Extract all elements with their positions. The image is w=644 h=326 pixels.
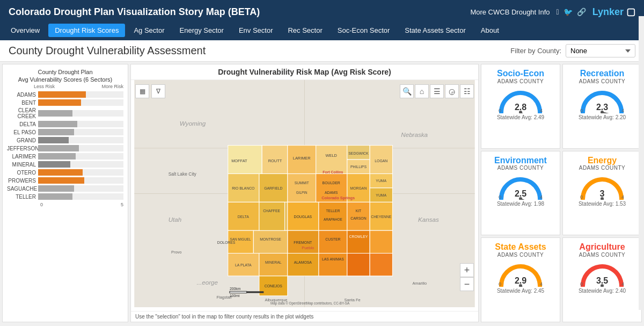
svg-text:BOULDER: BOULDER bbox=[323, 181, 340, 185]
gauge-avg-socio-econ: Statewide Avg: 2.49 bbox=[497, 114, 544, 120]
nav-item-overview[interactable]: Overview bbox=[4, 24, 46, 37]
gauge-county-agriculture: ADAMS COUNTY bbox=[579, 252, 626, 258]
nav-item-env-sector[interactable]: Env Sector bbox=[232, 24, 280, 37]
bar-label: EL PASO bbox=[7, 129, 38, 135]
map-home-tool[interactable]: ⌂ bbox=[415, 84, 429, 98]
gauge-avg-energy: Statewide Avg: 1.53 bbox=[579, 201, 626, 207]
twitter-icon[interactable]: 🐦 bbox=[564, 8, 573, 16]
bar-fill bbox=[38, 137, 69, 143]
bar-label: JEFFERSON bbox=[7, 146, 38, 151]
gauge-min-state-assets: 0 bbox=[499, 281, 501, 287]
more-info-label: More CWCB Drought Info bbox=[470, 8, 550, 16]
map-search-tool[interactable]: 🔍 bbox=[400, 84, 414, 98]
svg-rect-79 bbox=[319, 253, 347, 276]
facebook-icon[interactable]:  bbox=[557, 8, 559, 16]
svg-text:ROUTT: ROUTT bbox=[268, 158, 282, 163]
gauge-value-environment: 2.5 bbox=[515, 189, 526, 199]
map-basemap-tool[interactable]: ◶ bbox=[445, 84, 459, 98]
svg-line-98 bbox=[521, 112, 536, 113]
svg-text:YUMA: YUMA bbox=[376, 193, 386, 197]
svg-rect-75 bbox=[259, 253, 288, 276]
bar-chart-panel: County Drought Plan Avg Vulnerability Sc… bbox=[2, 64, 128, 322]
county-filter-select[interactable]: NoneAdamsBentClear CreekDeltaEl PasoGran… bbox=[566, 44, 635, 57]
map-grid-tool[interactable]: ☷ bbox=[460, 84, 474, 98]
colorado-map-svg[interactable]: Wyoming Nebraska Kansas Utah ...eorge MO… bbox=[131, 80, 478, 307]
gauge-wrapper-agriculture: 043.5 bbox=[578, 260, 626, 287]
svg-text:CHAFFEE: CHAFFEE bbox=[263, 209, 280, 213]
nav-item-ag-sector[interactable]: Ag Sector bbox=[127, 24, 171, 37]
bar-row-jefferson: JEFFERSON bbox=[7, 145, 123, 151]
svg-text:KIT: KIT bbox=[356, 209, 362, 213]
map-layers-tool[interactable]: ☰ bbox=[430, 84, 444, 98]
less-risk-label: Less Risk bbox=[34, 84, 55, 89]
map-zoom-controls: + − bbox=[460, 263, 474, 291]
svg-text:DOUGLAS: DOUGLAS bbox=[294, 215, 312, 219]
bar-fill bbox=[38, 145, 79, 151]
map-zoom-out[interactable]: − bbox=[460, 277, 474, 291]
bar-label: MINERAL bbox=[7, 162, 38, 168]
gauge-max-socio-econ: 4 bbox=[540, 108, 543, 113]
bar-row-adams: ADAMS bbox=[7, 91, 123, 98]
map-select-tool[interactable]: ▦ bbox=[135, 84, 149, 98]
svg-text:FREMONT: FREMONT bbox=[294, 241, 312, 244]
header-right: More CWCB Drought Info  🐦 🔗 Lynker ▢ bbox=[470, 6, 635, 18]
bar-label: OTERO bbox=[7, 170, 38, 176]
nav-item-about[interactable]: About bbox=[474, 24, 506, 37]
svg-text:200km: 200km bbox=[230, 287, 241, 291]
bar-label: CLEAR CREEK bbox=[7, 107, 38, 119]
map-zoom-in[interactable]: + bbox=[460, 263, 474, 277]
svg-text:Salt Lake City: Salt Lake City bbox=[169, 171, 197, 177]
bar-row-larimer: LARIMER bbox=[7, 153, 123, 160]
svg-text:CUSTER: CUSTER bbox=[325, 237, 340, 241]
map-pan-tool[interactable]: ∇ bbox=[151, 84, 165, 98]
map-tool-row-1: 🔍 ⌂ ☰ ◶ ☷ bbox=[400, 84, 474, 98]
svg-line-104 bbox=[602, 199, 616, 200]
bar-container bbox=[38, 145, 123, 151]
svg-text:LAS ANIMAS: LAS ANIMAS bbox=[322, 257, 344, 261]
gauge-title-state-assets: State Assets bbox=[495, 242, 546, 252]
svg-rect-15 bbox=[316, 146, 347, 174]
bar-row-saguache: SAGUACHE bbox=[7, 185, 123, 192]
map-area[interactable]: Wyoming Nebraska Kansas Utah ...eorge MO… bbox=[131, 80, 478, 307]
bar-fill bbox=[38, 169, 83, 176]
gauge-wrapper-socio-econ: 042.8 bbox=[496, 86, 545, 113]
gauge-title-environment: Environment bbox=[494, 156, 547, 165]
svg-text:TELLER: TELLER bbox=[326, 209, 340, 213]
app-title: Colorado Drought Plan Visualization Stor… bbox=[9, 6, 260, 18]
bar-row-teller: TELLER bbox=[7, 193, 123, 200]
bar-fill bbox=[38, 110, 72, 117]
bar-container bbox=[38, 121, 123, 127]
map-title: Drought Vulnerability Risk Map (Avg Risk… bbox=[131, 64, 478, 80]
page-title-bar: County Drought Vulnerability Assessment … bbox=[0, 40, 644, 62]
map-tools: 🔍 ⌂ ☰ ◶ ☷ bbox=[400, 84, 474, 98]
nav-item-soc-econ-sector[interactable]: Soc-Econ Sector bbox=[331, 24, 397, 37]
nav-item-energy-sector[interactable]: Energy Sector bbox=[173, 24, 230, 37]
gauge-card-socio-econ: Socio-EconADAMS COUNTY042.8Statewide Avg… bbox=[481, 64, 560, 149]
bar-row-mineral: MINERAL bbox=[7, 161, 123, 168]
svg-line-106 bbox=[521, 286, 535, 287]
map-caption: Use the "selection" tool in the map to f… bbox=[131, 311, 478, 322]
svg-text:PHILLIPS: PHILLIPS bbox=[350, 165, 367, 169]
gauge-title-recreation: Recreation bbox=[580, 69, 625, 78]
svg-text:GILPIN: GILPIN bbox=[296, 191, 308, 194]
nav-item-rec-sector[interactable]: Rec Sector bbox=[281, 24, 328, 37]
gauge-county-environment: ADAMS COUNTY bbox=[497, 165, 544, 171]
bar-container bbox=[38, 137, 123, 143]
svg-text:CROWLEY: CROWLEY bbox=[349, 235, 368, 238]
gauge-value-state-assets: 2.9 bbox=[515, 276, 526, 286]
bar-container bbox=[38, 185, 123, 192]
bar-fill bbox=[38, 161, 70, 168]
nav-item-state-assets-sector[interactable]: State Assets Sector bbox=[398, 24, 472, 37]
xaxis-min: 0 bbox=[40, 202, 43, 207]
bar-chart: ADAMSBENTCLEAR CREEKDELTAEL PASOGRANDJEF… bbox=[7, 91, 123, 200]
gauge-value-energy: 3 bbox=[600, 189, 605, 199]
bar-row-otero: OTERO bbox=[7, 169, 123, 176]
bar-container bbox=[38, 91, 123, 98]
gauge-avg-environment: Statewide Avg: 1.98 bbox=[497, 201, 544, 207]
link-icon[interactable]: 🔗 bbox=[577, 8, 586, 16]
nav-item-drought-risk-scores[interactable]: Drought Risk Scores bbox=[48, 24, 125, 37]
chart-title-line2: Avg Vulnerability Scores (6 Sectors) bbox=[7, 76, 123, 83]
gauge-max-environment: 4 bbox=[540, 194, 543, 200]
bar-fill bbox=[38, 99, 81, 106]
gauge-title-agriculture: Agriculture bbox=[579, 242, 625, 252]
